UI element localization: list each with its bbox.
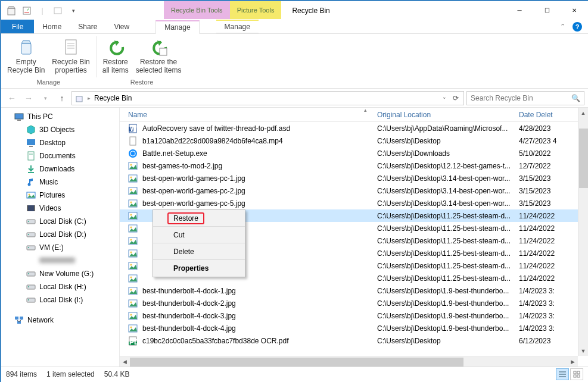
file-original-location: C:\Users\bj\Desktop\11.25-best-steam-d..…	[377, 274, 519, 283]
column-header-date-deleted[interactable]: Date Delet	[519, 111, 567, 119]
qat-customize-dropdown[interactable]: ▾	[67, 4, 80, 17]
context-menu-delete[interactable]: Delete	[153, 243, 245, 260]
view-thumbnails-button[interactable]	[570, 368, 583, 380]
scroll-right-arrow-icon[interactable]: ▶	[568, 359, 578, 365]
tab-manage-picture[interactable]: Manage	[216, 20, 259, 33]
file-row[interactable]: best-open-world-games-pc-1.jpgC:\Users\b…	[120, 172, 588, 184]
file-row[interactable]: best-thunderbolt-4-dock-3.jpgC:\Users\bj…	[120, 309, 588, 322]
tree-item-videos[interactable]: Videos	[1, 202, 119, 215]
file-row[interactable]: PDFc19bc2dc0c0ac5ba33fcbac7fbd38de OCR.p…	[120, 334, 588, 347]
new-folder-icon[interactable]	[51, 4, 64, 17]
svg-text:PDF: PDF	[129, 338, 138, 346]
svg-rect-10	[15, 114, 23, 119]
svg-point-28	[28, 247, 29, 248]
tree-network[interactable]: Network	[1, 314, 119, 327]
file-row[interactable]: best-open-world-games-pc-5.jpgC:\Users\b…	[120, 197, 588, 209]
videos-icon	[26, 203, 36, 213]
tab-file[interactable]: File	[1, 20, 34, 33]
tab-home[interactable]: Home	[34, 20, 70, 33]
file-row[interactable]: WAutoRecovery save of twitter-thread-to-…	[120, 122, 588, 134]
file-row[interactable]: Battle.net-Setup.exeC:\Users\bj\Download…	[120, 147, 588, 159]
context-menu-restore[interactable]: Restore	[153, 210, 245, 227]
tree-item-local-disk-i-[interactable]: Local Disk (I:)	[1, 293, 119, 306]
breadcrumb-separator-icon[interactable]: ▸	[88, 95, 91, 101]
file-row[interactable]: best-games-to-mod-2.jpgC:\Users\bj\Deskt…	[120, 159, 588, 172]
tree-item-local-disk-d-[interactable]: Local Disk (D:)	[1, 228, 119, 241]
nav-forward-button[interactable]: →	[21, 91, 36, 105]
close-button[interactable]: ✕	[561, 2, 588, 20]
file-row[interactable]: best-open-world-games-pc-2.jpgC:\Users\b…	[120, 184, 588, 197]
recycle-bin-small-icon	[74, 93, 84, 103]
context-menu-cut[interactable]: Cut	[153, 227, 245, 243]
restore-all-items-button[interactable]: Restore all items	[99, 35, 132, 77]
column-header-original-location[interactable]: Original Location	[377, 111, 519, 119]
restore-all-icon	[106, 37, 125, 57]
scroll-down-arrow-icon[interactable]: ▼	[578, 346, 588, 356]
properties-sheet-icon	[61, 37, 80, 57]
ribbon-collapse-icon[interactable]: ⌃	[560, 23, 565, 30]
file-row[interactable]: b1a120ab2d22c9d009a9824db6fe4ca8.mp4C:\U…	[120, 134, 588, 147]
file-date-deleted: 11/24/2022	[519, 212, 571, 220]
tree-item-hidden[interactable]	[1, 254, 119, 267]
tree-item-pictures[interactable]: Pictures	[1, 189, 119, 202]
breadcrumb-location[interactable]: Recycle Bin	[94, 94, 132, 102]
word-file-icon: W	[128, 124, 138, 133]
column-header-name[interactable]: Name ▴	[120, 111, 377, 119]
file-row[interactable]: best-thunderbolt-4-dock-2.jpgC:\Users\bj…	[120, 297, 588, 309]
svg-point-26	[28, 234, 29, 235]
file-original-location: C:\Users\bj\Downloads	[377, 149, 519, 158]
nav-back-button[interactable]: ←	[5, 91, 19, 105]
svg-rect-31	[27, 285, 35, 289]
tree-item-3d-objects[interactable]: 3D Objects	[1, 123, 119, 136]
nav-up-button[interactable]: ↑	[55, 91, 69, 105]
tree-this-pc[interactable]: This PC	[1, 110, 119, 123]
file-row[interactable]: best-thunderbolt-4-dock-4.jpgC:\Users\bj…	[120, 322, 588, 334]
tree-item-desktop[interactable]: Desktop	[1, 136, 119, 149]
help-icon[interactable]: ?	[573, 22, 582, 32]
maximize-button[interactable]: ☐	[533, 2, 561, 20]
address-bar[interactable]: ▸ Recycle Bin ⌄ ⟳	[71, 91, 464, 105]
restore-selected-items-button[interactable]: Restore the selected items	[132, 35, 185, 77]
file-row[interactable]: best-thunderbolt-4-dock-1.jpgC:\Users\bj…	[120, 284, 588, 297]
scroll-up-arrow-icon[interactable]: ▲	[578, 108, 588, 118]
nav-history-dropdown[interactable]: ▾	[38, 91, 52, 105]
file-name: best-open-world-games-pc-1.jpg	[142, 174, 245, 183]
svg-rect-33	[27, 298, 35, 302]
vertical-scroll-thumb[interactable]	[579, 129, 588, 188]
properties-icon[interactable]	[20, 4, 33, 17]
minimize-button[interactable]: ─	[506, 2, 533, 20]
context-menu-properties[interactable]: Properties	[153, 260, 245, 277]
svg-rect-77	[574, 371, 576, 374]
svg-point-44	[130, 164, 132, 165]
file-original-location: C:\Users\bj\Desktop\11.25-best-steam-d..…	[377, 212, 519, 220]
tree-item-downloads[interactable]: Downloads	[1, 162, 119, 176]
navigation-tree[interactable]: This PC 3D ObjectsDesktopDocumentsDownlo…	[1, 108, 120, 367]
horizontal-scroll-thumb[interactable]	[130, 358, 463, 367]
empty-recycle-bin-button[interactable]: Empty Recycle Bin	[4, 35, 48, 77]
tab-share[interactable]: Share	[70, 20, 105, 33]
vertical-scrollbar[interactable]: ▲ ▼	[578, 108, 588, 356]
tree-item-new-volume-g-[interactable]: New Volume (G:)	[1, 267, 119, 280]
img-file-icon	[128, 249, 138, 258]
svg-point-34	[28, 299, 29, 300]
recycle-bin-properties-button[interactable]: Recycle Bin properties	[48, 35, 93, 77]
refresh-icon[interactable]: ⟳	[450, 94, 461, 102]
svg-rect-4	[66, 40, 76, 54]
tree-item-documents[interactable]: Documents	[1, 149, 119, 162]
tab-view[interactable]: View	[105, 20, 138, 33]
column-headers[interactable]: Name ▴ Original Location Date Delet	[120, 108, 588, 122]
tree-item-local-disk-h-[interactable]: Local Disk (H:)	[1, 280, 119, 293]
svg-rect-8	[160, 48, 167, 55]
scroll-left-arrow-icon[interactable]: ◀	[120, 359, 130, 365]
tree-item-vm-e-[interactable]: VM (E:)	[1, 241, 119, 254]
img-file-icon	[128, 199, 138, 208]
tree-item-local-disk-c-[interactable]: Local Disk (C:)	[1, 215, 119, 228]
search-box[interactable]: Search Recycle Bin 🔍	[466, 91, 584, 105]
tree-item-music[interactable]: Music	[1, 176, 119, 189]
horizontal-scrollbar[interactable]: ◀ ▶	[120, 356, 578, 367]
tree-item-label: Local Disk (I:)	[39, 296, 83, 304]
svg-rect-22	[34, 205, 35, 211]
tab-manage-recycle[interactable]: Manage	[155, 20, 199, 34]
address-dropdown-icon[interactable]: ⌄	[440, 94, 449, 102]
view-details-button[interactable]	[556, 368, 569, 380]
